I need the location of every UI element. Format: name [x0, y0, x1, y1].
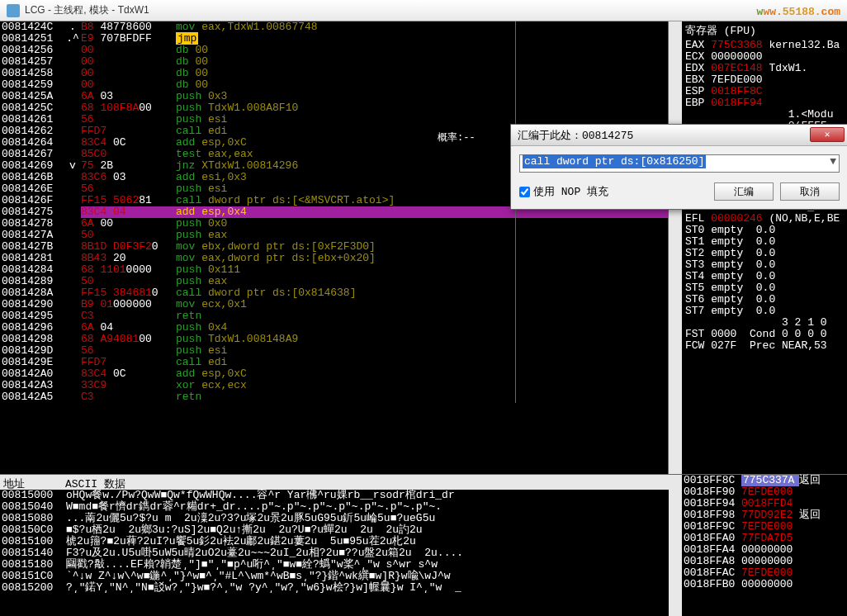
stack-header: 0018FF8C 775C337A 返回	[682, 475, 847, 486]
nop-fill-checkbox[interactable]: 使用 NOP 填充	[519, 184, 707, 199]
disasm-row[interactable]: 00814251.^E9 707BFDFFjmp	[0, 33, 668, 45]
dump-row[interactable]: 008151C0 `^↓w Z^↓w\^w■鍦^͵"}^w■^͵"#L^\wm*…	[2, 571, 667, 582]
stack-row[interactable]: 0018FF9877DD92E2返回	[682, 509, 847, 521]
cancel-button[interactable]: 取消	[780, 182, 840, 201]
dialog-title: 汇编于此处：00814275	[518, 128, 633, 143]
app-icon	[7, 4, 20, 17]
dump-col-ascii: ASCII 数据	[65, 476, 125, 488]
stack-row[interactable]: 0018FFB000000000	[682, 579, 847, 590]
register-line[interactable]: EBX 7EFDE000	[685, 74, 844, 86]
disasm-row[interactable]: 0081429EFFD7 call edi	[0, 357, 668, 368]
dump-col-addr: 地址	[3, 476, 65, 488]
register-line[interactable]: ST6 empty 0.0	[685, 294, 844, 306]
registers-panel[interactable]: 寄存器 (FPU) EAX 775C3368 kernel32.BaECX 00…	[682, 21, 847, 474]
disasm-row[interactable]: 008142A083C4 0Cadd esp,0xC	[0, 368, 668, 380]
checkbox-input[interactable]	[519, 187, 530, 197]
scrollbar[interactable]	[669, 475, 682, 616]
stack-row[interactable]: 0018FF9C7EFDE000	[682, 521, 847, 533]
stack-row[interactable]: 0018FFAC7EFDE000	[682, 567, 847, 579]
disasm-row[interactable]: 0081424C.B8 48778600mov eax,TdxW1.008677…	[0, 21, 668, 33]
dump-row[interactable]: 00815140 F3?u及2u.U5u啩5uW5u晴2uO2u薹2u~~~2u…	[2, 547, 667, 559]
dump-row[interactable]: 00815180 圝戳?敽....EF賴?韒楚͵"]■"͵"■p^u哘^͵"■w…	[2, 559, 667, 571]
disasm-row[interactable]: 008142818B43 20mov eax,dword ptr ds:[ebx…	[0, 253, 668, 264]
disasm-row[interactable]: 0081428950 push eax	[0, 276, 668, 287]
disasm-row[interactable]: 00814295C3 retn	[0, 310, 668, 322]
register-line[interactable]: EAX 775C3368 kernel32.Ba	[685, 40, 844, 51]
register-line[interactable]: ECX 00000000	[685, 51, 844, 63]
disasm-row[interactable]: 0081425A6A 03push 0x3	[0, 91, 668, 102]
dump-row[interactable]: 00815200 ?͵"鍩Y͵"N^͵"N■訤w?͵"}w■?^͵"w ?y^͵…	[2, 582, 667, 594]
disasm-row[interactable]: 008142786A 00push 0x0	[0, 218, 668, 230]
dump-header: 地址 ASCII 数据	[0, 475, 669, 490]
disasm-row[interactable]: 0081425C68 108F8A00push TdxW1.008A8F10	[0, 102, 668, 114]
register-line[interactable]: 3 2 1 0	[685, 317, 844, 329]
disasm-row[interactable]: 008142966A 04push 0x4	[0, 322, 668, 334]
register-line[interactable]: FST 0000 Cond 0 0 0 0	[685, 329, 844, 340]
dump-row[interactable]: 008150C0 ■$?u栖2u 2u鄉3u:?uS]2u■Q2u↑摲2u 2u…	[2, 524, 667, 536]
dump-row[interactable]: 00815080 ...萳2u儷5u?$?u m 2u澟2u?3?u塚2u景2u…	[2, 513, 667, 524]
stack-row[interactable]: 0018FF907EFDE000	[682, 486, 847, 498]
disasm-row[interactable]: 0081425600 db 00	[0, 45, 668, 56]
register-line[interactable]: ST7 empty 0.0	[685, 306, 844, 317]
dump-row[interactable]: 00815040 W■md■餐r懠dr鐫dr蓉^r糒dr+_dr....p"~.…	[2, 501, 667, 513]
disasm-row[interactable]: 0081428468 11010000push 0x111	[0, 264, 668, 276]
stack-row[interactable]: 0018FFA800000000	[682, 556, 847, 567]
disasm-row[interactable]: 0081427A50 push eax	[0, 230, 668, 241]
stack-row[interactable]: 0018FFA400000000	[682, 544, 847, 556]
assemble-button[interactable]: 汇编	[714, 182, 774, 201]
register-line[interactable]: ST2 empty 0.0	[685, 248, 844, 259]
register-line[interactable]: FCW 027F Prec NEAR,53	[685, 340, 844, 352]
disasm-row[interactable]: 0081425700 db 00	[0, 56, 668, 68]
register-line[interactable]: ST4 empty 0.0	[685, 271, 844, 282]
register-line[interactable]: ST1 empty 0.0	[685, 236, 844, 248]
registers-title: 寄存器 (FPU)	[685, 23, 844, 38]
watermark: www.55188.com	[757, 3, 840, 18]
register-line[interactable]: ESP 0018FF8C	[685, 86, 844, 97]
disasm-row[interactable]: 0081425800 db 00	[0, 68, 668, 79]
register-line[interactable]: ST5 empty 0.0	[685, 282, 844, 294]
assemble-dialog: 汇编于此处：00814275 ✕ call dword ptr ds:[0x81…	[510, 124, 847, 210]
disasm-row[interactable]: 008142A5C3 retn	[0, 391, 668, 403]
stack-row[interactable]: 0018FF940018FFD4	[682, 498, 847, 509]
register-line[interactable]: EBP 0018FF94	[685, 97, 844, 109]
disasm-row[interactable]: 008142A333C9 xor ecx,ecx	[0, 380, 668, 391]
title-bar: LCG - 主线程, 模块 - TdxW1 www.55188.com	[0, 0, 847, 21]
dialog-title-bar[interactable]: 汇编于此处：00814275 ✕	[511, 125, 847, 146]
stack-panel[interactable]: 0018FF8C 775C337A 返回 0018FF907EFDE000001…	[682, 475, 847, 616]
disasm-row[interactable]: 0081429868 A9408100push TdxW1.008148A9	[0, 334, 668, 345]
probability-label: 概率:--	[438, 130, 476, 145]
scrollbar[interactable]	[669, 21, 682, 474]
register-line[interactable]: 1.<Modu	[685, 109, 844, 121]
disasm-row[interactable]: 0081429D56 push esi	[0, 345, 668, 357]
register-line[interactable]: ST3 empty 0.0	[685, 259, 844, 271]
register-line[interactable]: EDX 007EC148 TdxW1.	[685, 63, 844, 74]
register-line[interactable]: ST0 empty 0.0	[685, 225, 844, 236]
memory-dump-panel[interactable]: 地址 ASCII 数据 00815000 oHQw餐w./Pw?QwW■Qw*f…	[0, 475, 669, 616]
disasm-row[interactable]: 00814290B9 01000000mov ecx,0x1	[0, 299, 668, 310]
disassembly-panel[interactable]: 0081424C.B8 48778600mov eax,TdxW1.008677…	[0, 21, 669, 474]
close-button[interactable]: ✕	[810, 127, 845, 142]
register-line[interactable]: EFL 00000246 (NO,NB,E,BE	[685, 213, 844, 225]
disasm-row[interactable]: 0081428AFF15 3846810call dword ptr ds:[0…	[0, 287, 668, 299]
disasm-row[interactable]: 0081427B8B1D D0F3F20mov ebx,dword ptr ds…	[0, 241, 668, 253]
disasm-row[interactable]: 0081425900 db 00	[0, 79, 668, 91]
dump-row[interactable]: 00815100 椃2u籒?■2u薭?2uI?u饗5u釤2u袪2u鄘2u鍖2u蔞…	[2, 536, 667, 547]
window-title: LCG - 主线程, 模块 - TdxW1	[25, 3, 149, 17]
dump-row[interactable]: 00815000 oHQw餐w./Pw?QwW■Qw*fQwWHQw....容^…	[2, 490, 667, 501]
assembly-input[interactable]: call dword ptr ds:[0x816250] ▼	[519, 154, 840, 173]
stack-row[interactable]: 0018FFA077FDA7D5	[682, 533, 847, 544]
